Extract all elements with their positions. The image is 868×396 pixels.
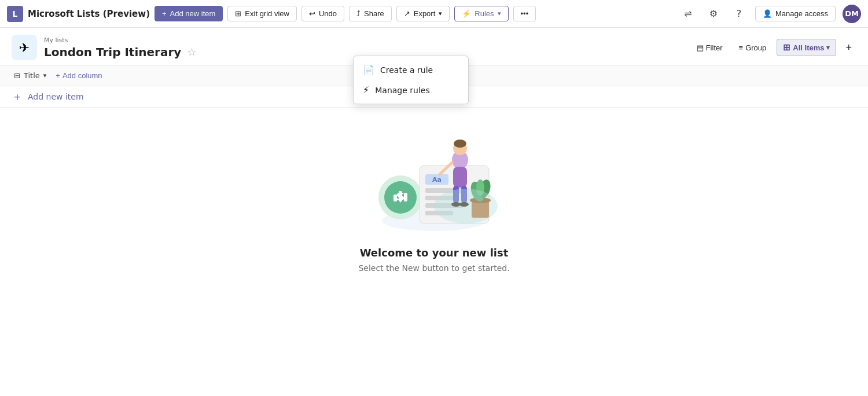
add-item-plus-icon: + xyxy=(12,91,23,102)
empty-illustration: $ Aa xyxy=(359,131,509,235)
empty-state: $ Aa xyxy=(0,108,868,296)
app-icon-letter: L xyxy=(13,9,18,19)
share-button[interactable]: ⤴ Share xyxy=(349,6,392,21)
app-icon: L xyxy=(7,6,23,22)
svg-point-28 xyxy=(434,189,498,223)
all-items-grid-icon: ⊞ xyxy=(783,42,790,53)
add-view-button[interactable]: + xyxy=(841,39,856,56)
user-avatar[interactable]: DM xyxy=(843,5,861,23)
rules-chevron-icon: ▾ xyxy=(498,10,501,17)
rules-menu-panel: 📄 Create a rule ⚡ Manage rules xyxy=(353,56,469,104)
header-actions: ▤ Filter ≡ Group ⊞ All Items ▾ + xyxy=(691,39,856,56)
manage-access-button[interactable]: 👤 Manage access xyxy=(755,6,836,21)
rules-button[interactable]: ⚡ Rules ▾ xyxy=(454,6,508,21)
breadcrumb-area: My lists London Trip Itinerary ☆ xyxy=(44,36,196,59)
rules-icon: ⚡ xyxy=(462,9,471,18)
create-rule-item[interactable]: 📄 Create a rule xyxy=(354,60,468,80)
export-chevron-icon: ▾ xyxy=(439,10,442,17)
my-lists-breadcrumb[interactable]: My lists xyxy=(44,36,196,44)
create-rule-icon: 📄 xyxy=(363,64,374,75)
filter-icon: ▤ xyxy=(697,43,704,52)
all-items-chevron-icon: ▾ xyxy=(826,44,830,52)
rules-dropdown-menu: 📄 Create a rule ⚡ Manage rules xyxy=(353,56,469,104)
export-button[interactable]: ↗ Export ▾ xyxy=(396,6,450,21)
add-view-icon: + xyxy=(845,42,852,54)
group-button[interactable]: ≡ Group xyxy=(733,41,773,55)
svg-text:Aa: Aa xyxy=(432,176,442,184)
undo-button[interactable]: ↩ Undo xyxy=(301,6,344,21)
undo-icon: ↩ xyxy=(309,9,315,18)
favorite-star-button[interactable]: ☆ xyxy=(187,46,196,58)
svg-point-16 xyxy=(454,140,466,148)
add-item-label: Add new item xyxy=(28,92,84,101)
empty-state-subtitle: Select the New button to get started. xyxy=(358,263,509,273)
grid-icon: ⊞ xyxy=(235,9,241,18)
add-column-plus-icon: + xyxy=(56,71,60,80)
group-icon: ≡ xyxy=(739,43,744,52)
svg-rect-18 xyxy=(453,167,467,188)
toolbar-left: L Microsoft Lists (Preview) + Add new it… xyxy=(7,6,674,22)
add-icon: + xyxy=(162,9,167,18)
toolbar-right: ⇌ ⚙ ? 👤 Manage access DM xyxy=(679,5,861,23)
empty-state-title: Welcome to your new list xyxy=(360,247,509,259)
svg-text:$: $ xyxy=(396,189,404,203)
manage-rules-icon: ⚡ xyxy=(363,85,369,96)
filter-button[interactable]: ▤ Filter xyxy=(691,41,729,55)
title-col-chevron-icon: ▾ xyxy=(43,72,47,79)
more-icon: ••• xyxy=(521,9,529,18)
all-items-button[interactable]: ⊞ All Items ▾ xyxy=(777,39,836,56)
help-icon-button[interactable]: ? xyxy=(730,5,748,23)
connect-icon-button[interactable]: ⇌ xyxy=(679,5,697,23)
add-new-item-button[interactable]: + Add new item xyxy=(155,6,223,21)
title-column-header[interactable]: ⊟ Title ▾ xyxy=(9,71,51,80)
list-title: London Trip Itinerary xyxy=(44,45,181,59)
share-icon: ⤴ xyxy=(356,9,361,18)
manage-access-icon: 👤 xyxy=(763,9,772,18)
list-icon: ✈️ xyxy=(12,35,37,60)
app-title: Microsoft Lists (Preview) xyxy=(28,9,150,19)
main-toolbar: L Microsoft Lists (Preview) + Add new it… xyxy=(0,0,868,28)
manage-rules-item[interactable]: ⚡ Manage rules xyxy=(354,80,468,100)
exit-grid-view-button[interactable]: ⊞ Exit grid view xyxy=(227,6,297,21)
add-column-button[interactable]: + Add column xyxy=(51,69,106,82)
more-button[interactable]: ••• xyxy=(513,6,536,21)
export-icon: ↗ xyxy=(404,9,410,18)
settings-icon-button[interactable]: ⚙ xyxy=(704,5,723,23)
title-col-icon: ⊟ xyxy=(14,71,20,80)
